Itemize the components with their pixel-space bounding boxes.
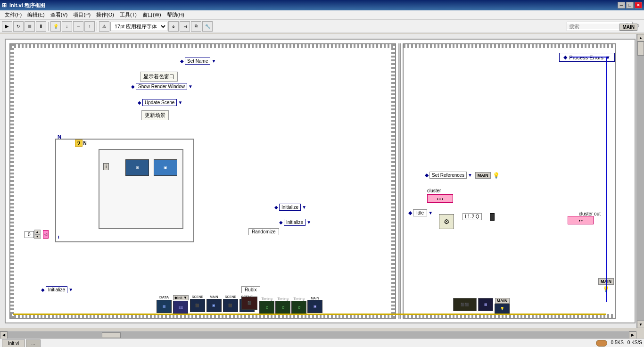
tab-1[interactable]: Init.vi xyxy=(2,339,25,347)
timing-2: Timing ⏱ xyxy=(275,297,290,314)
step-over-button[interactable]: → xyxy=(73,21,83,32)
scene-1-icon[interactable]: ⬛ xyxy=(190,299,205,312)
right-main-icon[interactable]: 💡 xyxy=(495,304,510,314)
scroll-track-right[interactable] xyxy=(637,41,644,321)
i-indicator: i xyxy=(103,163,109,170)
complex-icon-2[interactable]: ▦ xyxy=(478,298,493,311)
menu-operate[interactable]: 操作(O) xyxy=(93,10,117,19)
initialize-1-connector: ◆ Initialize ▼ xyxy=(41,286,73,293)
loop-n-value[interactable]: 9 xyxy=(75,140,83,147)
align-button[interactable]: ⫝ xyxy=(168,21,179,32)
timing-1-icon[interactable]: ⏱ xyxy=(259,301,274,314)
right-main-badge: MAIN xyxy=(495,298,510,304)
menu-window[interactable]: 窗口(W) xyxy=(140,10,164,19)
rubix-connector: Rubix xyxy=(241,286,260,293)
status-right: 0.5KS 0 KS/S xyxy=(596,340,642,347)
menu-edit[interactable]: 编辑(E) xyxy=(25,10,48,19)
shift-reg-left[interactable]: ◁ xyxy=(43,230,49,239)
scroll-left-button[interactable]: ◀ xyxy=(0,331,8,339)
scroll-track-bottom[interactable] xyxy=(8,332,629,339)
maximize-button[interactable]: □ xyxy=(626,2,634,8)
main-block: MAIN ▣ xyxy=(206,295,222,314)
main-badge-toolbar: MAIN xyxy=(619,24,637,31)
inner-block-1[interactable]: ⊞ xyxy=(125,159,149,176)
scene-block-1: SCENE ⬛ xyxy=(190,295,205,314)
cluster-out-box[interactable]: ⬧⬧ xyxy=(568,216,594,224)
menu-view[interactable]: 查看(V) xyxy=(48,10,71,19)
set-name-box[interactable]: Set Name xyxy=(185,58,210,65)
close-button[interactable]: ✕ xyxy=(635,2,642,8)
search-input[interactable] xyxy=(567,24,624,29)
timing-3-icon[interactable]: ⏱ xyxy=(291,301,306,314)
status-bar: Init.vi ... 0.5KS 0 KS/S xyxy=(0,339,644,347)
menu-tools[interactable]: 工具(T) xyxy=(117,10,140,19)
scroll-down-button[interactable]: ▼ xyxy=(637,321,644,328)
scene-1-label: SCENE xyxy=(192,295,203,298)
warn-button[interactable]: ⚠ xyxy=(99,21,109,32)
initialize-2-box[interactable]: Initialize xyxy=(279,204,301,211)
timing-1-label: Timing xyxy=(261,297,272,301)
initialize-1-box[interactable]: Initialize xyxy=(46,286,67,293)
data-icon[interactable]: ▦ xyxy=(157,300,172,313)
highlight-button[interactable]: 💡 xyxy=(50,21,61,32)
randomize-label[interactable]: Randomize xyxy=(248,228,279,235)
pause-button[interactable]: ⏸ xyxy=(36,21,46,32)
num-down-arrow[interactable]: ▼ xyxy=(34,234,41,239)
scene-block-2: SCENE ⬛ xyxy=(223,295,238,314)
complex-icon-1[interactable]: ⬛⬛ xyxy=(453,298,477,311)
cluster-box[interactable]: ⬧⬧⬧ xyxy=(427,194,453,203)
step-out-button[interactable]: ↑ xyxy=(84,21,95,32)
right-bottom-icons: ⬛⬛ ▦ MAIN 💡 xyxy=(453,298,510,314)
main-block-2-label: MAIN xyxy=(311,297,319,300)
scroll-thumb-right[interactable] xyxy=(637,41,644,56)
tab-2[interactable]: ... xyxy=(26,339,40,347)
run-cont-button[interactable]: ↻ xyxy=(13,21,24,32)
status-indicator xyxy=(596,340,607,347)
status-rate: 0 KS/S xyxy=(627,340,642,347)
scrollbar-bottom[interactable]: ◀ ▶ xyxy=(0,331,636,339)
distribute-button[interactable]: ⫤ xyxy=(180,21,190,32)
inner-block-2[interactable]: ▣ xyxy=(154,159,177,176)
right-scroll-dots-left-section xyxy=(391,44,395,318)
show-render-connector: ◆ Show Render Window ▼ xyxy=(131,83,193,90)
reorder-button[interactable]: ⧉ xyxy=(191,21,201,32)
rubix-icon-block: ⬛ xyxy=(241,297,257,314)
initialize-2-connector: ◆ Initialize ▼ xyxy=(274,204,306,211)
extra-button[interactable]: 🔧 xyxy=(202,21,213,32)
title-bar: ⊞ Init.vi 程序框图 ─ □ ✕ xyxy=(0,0,644,10)
menu-project[interactable]: 项目(P) xyxy=(70,10,93,19)
step-into-button[interactable]: ↓ xyxy=(62,21,72,32)
gear-icon-block[interactable]: ⚙ xyxy=(439,214,454,229)
scroll-thumb-bottom[interactable] xyxy=(102,332,121,338)
scrollbar-right[interactable]: ▲ ▼ xyxy=(636,34,644,328)
tab-strip: Init.vi ... xyxy=(2,339,41,347)
run-button[interactable]: ▶ xyxy=(2,21,12,32)
num-up-arrow[interactable]: ▲ xyxy=(34,230,41,234)
scene-2-icon[interactable]: ⬛ xyxy=(223,299,238,312)
abort-button[interactable]: ⏹ xyxy=(25,21,35,32)
num-ctrl-val[interactable]: 0 xyxy=(25,231,34,238)
scroll-up-button[interactable]: ▲ xyxy=(637,34,644,41)
rubix-label[interactable]: Rubix xyxy=(241,286,260,293)
show-render-box[interactable]: Show Render Window xyxy=(136,83,187,90)
main-icon[interactable]: ▣ xyxy=(206,299,222,312)
initialize-3-box[interactable]: Initialize xyxy=(284,219,305,226)
scroll-right-button[interactable]: ▶ xyxy=(629,331,636,339)
rubix-icon[interactable]: ⬛ xyxy=(241,297,257,310)
timing-2-icon[interactable]: ⏱ xyxy=(275,301,290,314)
idle-box[interactable]: Idle xyxy=(413,209,427,216)
font-dropdown[interactable]: 17pt 应用程序字体 xyxy=(110,22,167,31)
set-references-box[interactable]: Set References xyxy=(429,172,467,179)
menu-file[interactable]: 文件(F) xyxy=(2,10,25,19)
set-references-connector: ◆ Set References ▼ MAIN 💡 xyxy=(425,172,500,179)
right-blue-wire xyxy=(606,57,607,302)
menu-bar: 文件(F) 编辑(E) 查看(V) 项目(P) 操作(O) 工具(T) 窗口(W… xyxy=(0,10,644,20)
init-icon[interactable]: SS xyxy=(173,301,188,314)
main-icon-2[interactable]: ▣ xyxy=(307,300,322,313)
init-icon-block: ◆Init ▼ SS xyxy=(173,295,189,314)
update-scene-box[interactable]: Update Scene xyxy=(142,99,177,106)
canvas-area[interactable]: ◆ Set Name ▼ 显示着色窗口 ◆ Show Render Window… xyxy=(0,34,644,328)
menu-help[interactable]: 帮助(H) xyxy=(164,10,187,19)
l1-2-q-block[interactable]: L1-2 Q xyxy=(462,213,482,220)
minimize-button[interactable]: ─ xyxy=(618,2,625,8)
